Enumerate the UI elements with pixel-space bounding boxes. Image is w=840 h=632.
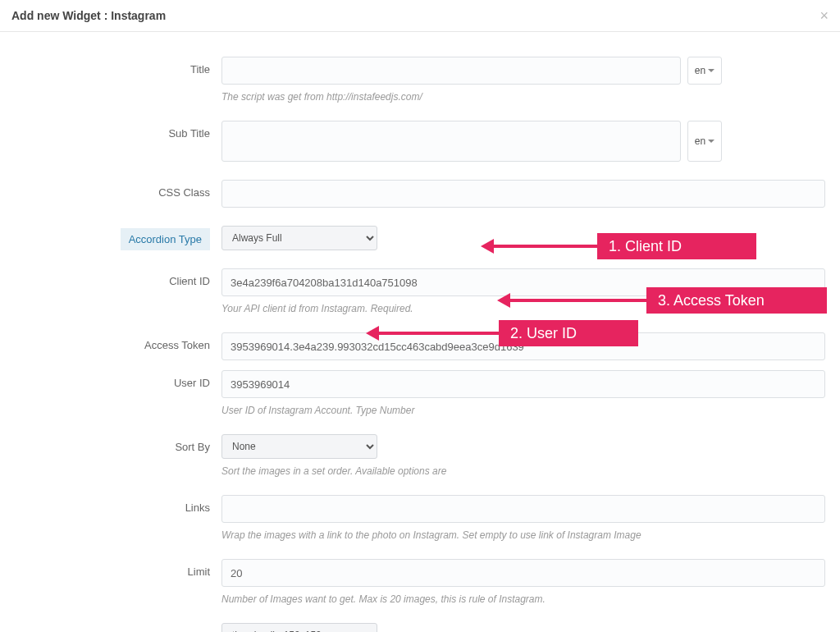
row-accesstoken: Access Token [10,332,830,360]
caret-down-icon [708,69,714,72]
lang-label: en [695,135,705,147]
accordion-select[interactable]: Always Full [221,226,377,250]
label-userid: User ID [10,370,221,389]
annotation-callout-accesstoken: 3. Access Token [646,287,827,314]
label-accesstoken: Access Token [10,332,221,351]
subtitle-input[interactable] [221,121,681,162]
lang-select-title[interactable]: en [687,57,722,85]
hint-title: The script was get from http://instafeed… [221,91,825,103]
lang-label: en [695,65,705,76]
title-input[interactable] [221,57,681,85]
links-input[interactable] [221,495,825,523]
row-subtitle: Sub Title en [10,121,830,162]
hint-sortby: Sort the images in a set order. Availabl… [221,465,825,477]
modal-title: Add new Widget : Instagram [11,9,166,22]
row-resolution: Resolution thumbnail - 150x150 Size of t… [10,623,830,632]
close-icon[interactable]: × [819,8,829,23]
label-resolution: Resolution [10,623,221,632]
label-subtitle: Sub Title [10,121,221,140]
label-sortby: Sort By [10,434,221,453]
label-title: Title [10,57,221,76]
limit-input[interactable] [221,559,825,587]
annotation-arrow-userid [377,332,500,335]
hint-userid: User ID of Instagram Account. Type Numbe… [221,405,825,416]
hint-links: Wrap the images with a link to the photo… [221,529,825,541]
userid-input[interactable] [221,370,825,398]
hint-limit: Number of Images want to get. Max is 20 … [221,593,825,605]
sortby-select[interactable]: None [221,434,377,459]
label-cssclass: CSS Class [10,180,221,199]
cssclass-input[interactable] [221,180,825,208]
row-userid: User ID User ID of Instagram Account. Ty… [10,370,830,416]
annotation-callout-userid: 2. User ID [499,320,638,346]
annotation-callout-clientid: 1. Client ID [597,233,756,259]
modal-header: Add new Widget : Instagram × [0,0,840,32]
row-links: Links Wrap the images with a link to the… [10,495,830,541]
row-cssclass: CSS Class [10,180,830,208]
annotation-arrow-accesstoken [509,299,648,302]
label-links: Links [10,495,221,514]
lang-select-subtitle[interactable]: en [687,121,722,162]
row-limit: Limit Number of Images want to get. Max … [10,559,830,605]
label-limit: Limit [10,559,221,578]
caret-down-icon [708,140,714,143]
row-sortby: Sort By None Sort the images in a set or… [10,434,830,477]
label-clientid: Client ID [10,268,221,287]
label-accordion: Accordion Type [121,228,210,250]
resolution-select[interactable]: thumbnail - 150x150 [221,623,377,632]
row-title: Title en The script was get from http://… [10,57,830,103]
annotation-arrow-clientid [492,245,599,248]
